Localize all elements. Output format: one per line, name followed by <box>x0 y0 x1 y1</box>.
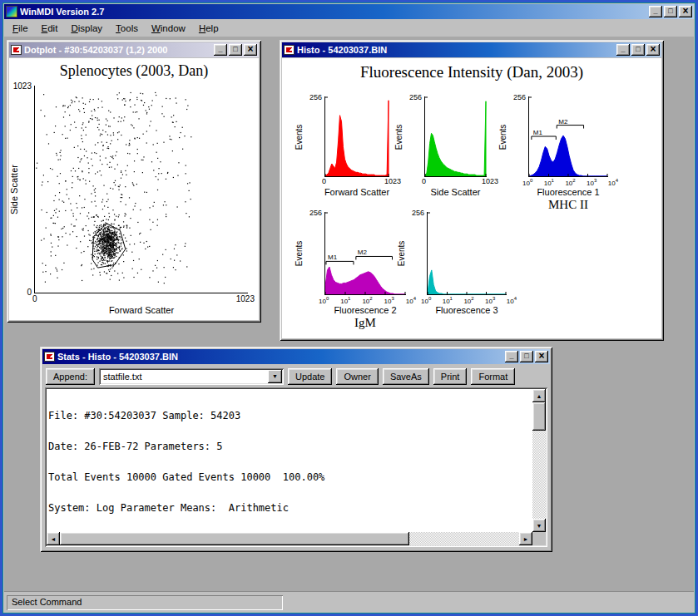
close-button[interactable]: × <box>535 351 548 362</box>
dotplot-plot-area[interactable]: Side Scatter 1023 0 0 1023 Forward Scatt… <box>34 86 248 293</box>
histo-titlebar[interactable]: Histo - 54203037.BIN _ □ × <box>282 42 661 57</box>
stats-line: File: #30:54203037 Sample: 54203 <box>48 411 531 421</box>
histogram-plot-area[interactable]: M1M2 <box>324 212 406 295</box>
x-tick-labels: 01023 <box>322 178 401 185</box>
scroll-up-icon: ▲ <box>537 393 542 399</box>
stats-line: Total Events 10000 Gated Events 10000 10… <box>48 472 531 482</box>
x-tick: 101 <box>443 296 453 305</box>
minimize-button[interactable]: _ <box>214 44 227 56</box>
x-tick: 100 <box>522 178 532 187</box>
statfile-combobox[interactable]: statfile.txt ▼ <box>99 368 284 385</box>
x-axis-caption: Fluorescence 3 <box>399 305 535 315</box>
forward-scatter-histogram: Events 256 01023 Forward Scatter <box>324 96 389 177</box>
menu-window[interactable]: Window <box>145 21 192 36</box>
stats-titlebar[interactable]: Stats - Histo - 54203037.BIN _ □ × <box>42 349 550 364</box>
window-controls: _ □ × <box>616 44 660 56</box>
minimize-button[interactable]: _ <box>616 44 630 56</box>
dotplot-content: Splenocytes (2003, Dan) Side Scatter 102… <box>9 58 259 320</box>
fluorescence3-histogram: Events 256 100101102103104 Fluorescence … <box>427 212 507 295</box>
stats-content: Append: statfile.txt ▼ Update Owner Save… <box>42 365 550 549</box>
maximize-icon: □ <box>636 46 640 53</box>
x-tick: 104 <box>608 178 618 187</box>
horizontal-scrollbar[interactable]: ◄ ► <box>47 532 532 545</box>
fluorescence2-histogram: Events 256 M1M2 100101102103104 Fluoresc… <box>324 212 406 295</box>
maximize-button[interactable]: □ <box>631 44 645 56</box>
histogram-plot-area[interactable]: M1M2 <box>528 96 608 177</box>
y-tick-256: 256 <box>409 93 422 101</box>
vertical-scrollbar-thumb[interactable] <box>532 402 546 431</box>
x-tick-labels: 100101102103104 <box>319 296 416 305</box>
stats-window-title: Stats - Histo - 54203037.BIN <box>57 352 502 362</box>
scroll-down-icon: ▼ <box>537 523 542 529</box>
menu-display[interactable]: Display <box>64 21 109 36</box>
menu-file[interactable]: File <box>6 21 35 36</box>
maximize-icon: □ <box>668 7 672 15</box>
stats-text-area: File: #30:54203037 Sample: 54203 Date: 2… <box>45 387 547 547</box>
maximize-button[interactable]: □ <box>229 44 242 56</box>
status-message: Select Command <box>7 595 283 610</box>
scroll-down-button[interactable]: ▼ <box>532 519 546 532</box>
main-titlebar[interactable]: WinMDI Version 2.7 _ □ × <box>4 4 694 19</box>
histo-heading: Fluorescence Intensity (Dan, 2003) <box>282 63 661 81</box>
histogram-plot-area[interactable] <box>424 96 487 177</box>
close-button[interactable]: × <box>244 44 257 56</box>
menu-edit[interactable]: Edit <box>35 21 65 36</box>
main-window-title: WinMDI Version 2.7 <box>20 7 646 17</box>
print-button[interactable]: Print <box>433 368 468 385</box>
menu-help[interactable]: Help <box>192 21 225 36</box>
append-button[interactable]: Append: <box>46 368 95 385</box>
x-tick: 1023 <box>384 178 401 185</box>
close-icon: × <box>538 351 544 361</box>
stats-window: Stats - Histo - 54203037.BIN _ □ × Appen… <box>40 347 552 552</box>
status-bar: Select Command <box>4 591 694 612</box>
combobox-dropdown-button[interactable]: ▼ <box>268 370 282 383</box>
x-tick-labels: 100101102103104 <box>522 178 618 187</box>
x-tick: 102 <box>565 178 575 187</box>
close-button[interactable]: × <box>679 6 692 17</box>
scroll-left-button[interactable]: ◄ <box>47 532 60 545</box>
minimize-button[interactable]: _ <box>649 6 662 17</box>
events-axis-label: Events <box>295 241 304 267</box>
x-tick: 102 <box>463 296 473 305</box>
horizontal-scrollbar-thumb[interactable] <box>60 532 409 545</box>
minimize-icon: _ <box>653 7 657 15</box>
histogram-svg: M1M2 <box>529 96 608 176</box>
x-tick: 101 <box>340 296 350 305</box>
x-tick: 104 <box>406 296 416 305</box>
menu-tools[interactable]: Tools <box>109 21 145 36</box>
events-axis-label: Events <box>397 241 406 267</box>
x-tick-1023: 1023 <box>236 294 255 303</box>
saveas-button[interactable]: SaveAs <box>383 368 429 385</box>
vertical-scrollbar[interactable]: ▲ ▼ <box>532 389 546 532</box>
x-tick: 103 <box>384 296 394 305</box>
minimize-button[interactable]: _ <box>505 351 518 362</box>
x-tick: 102 <box>362 296 372 305</box>
format-button[interactable]: Format <box>471 368 515 385</box>
update-button[interactable]: Update <box>288 368 332 385</box>
x-tick-labels: 01023 <box>422 178 498 185</box>
histogram-svg <box>428 212 507 294</box>
dotplot-titlebar[interactable]: Dotplot - #30:54203037 (1,2) 2000 _ □ × <box>9 42 259 57</box>
scroll-right-button[interactable]: ► <box>519 532 532 545</box>
y-tick-1023: 1023 <box>13 81 32 91</box>
y-tick-256: 256 <box>309 93 322 101</box>
dotplot-chart-title: Splenocytes (2003, Dan) <box>9 62 259 80</box>
histogram-plot-area[interactable] <box>324 96 389 177</box>
x-tick: 100 <box>319 296 329 305</box>
window-controls: _ □ × <box>214 44 257 56</box>
owner-button[interactable]: Owner <box>336 368 378 385</box>
histo-window-title: Histo - 54203037.BIN <box>297 45 614 55</box>
statfile-value: statfile.txt <box>103 372 141 382</box>
gate-overlay <box>35 86 248 293</box>
maximize-button[interactable]: □ <box>664 6 677 17</box>
maximize-button[interactable]: □ <box>520 351 533 362</box>
histogram-svg <box>325 96 389 176</box>
x-tick: 0 <box>322 178 326 185</box>
histogram-plot-area[interactable] <box>427 212 507 295</box>
close-button[interactable]: × <box>646 44 660 56</box>
x-tick: 103 <box>485 296 495 305</box>
y-tick-256: 256 <box>412 209 424 217</box>
fluorescence1-histogram: Events 256 M1M2 100101102103104 Fluoresc… <box>528 96 608 177</box>
scroll-up-button[interactable]: ▲ <box>532 389 546 402</box>
close-icon: × <box>650 44 656 54</box>
